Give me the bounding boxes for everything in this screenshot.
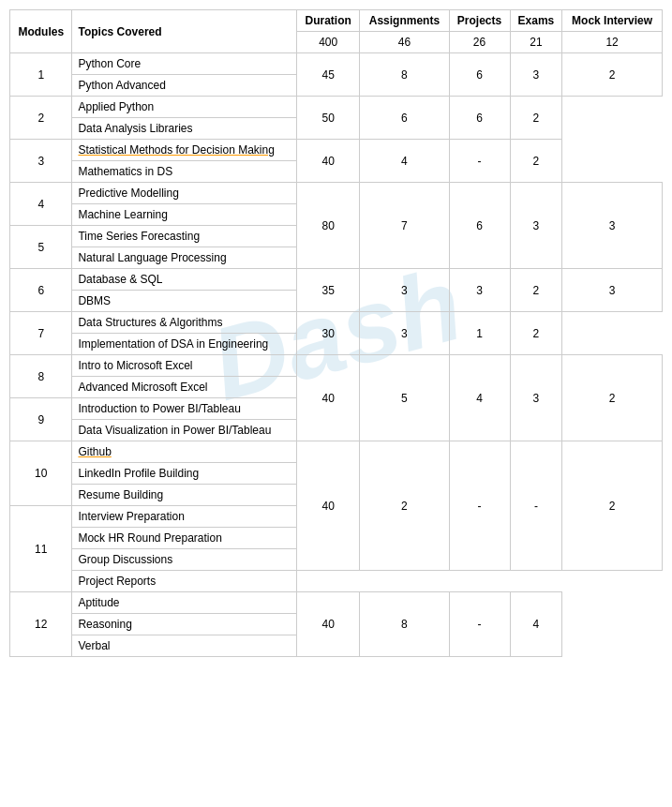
topic-cell: Group Discussions — [72, 549, 297, 571]
table-row: 7Data Structures & Algorithms30312 — [10, 312, 663, 334]
assignments-cell: 3 — [360, 312, 449, 355]
total-assignments: 46 — [360, 32, 449, 53]
projects-cell: 4 — [449, 355, 510, 441]
total-exams: 21 — [510, 32, 562, 53]
topic-cell: Project Reports — [72, 571, 297, 592]
topic-cell: Implementation of DSA in Engineering — [72, 334, 297, 355]
topic-cell: Applied Python — [72, 97, 297, 118]
header-exams: Exams — [510, 10, 562, 32]
curriculum-table: Modules Topics Covered Duration Assignme… — [9, 9, 663, 657]
header-modules: Modules — [10, 10, 72, 53]
topic-cell: Predictive Modelling — [72, 183, 297, 204]
exams-cell: 2 — [510, 140, 562, 183]
mock-cell: 2 — [562, 53, 663, 97]
duration-cell: 40 — [297, 140, 360, 183]
table-row: 12Aptitude408-4 — [10, 592, 663, 614]
projects-cell: 6 — [449, 53, 510, 97]
total-duration: 400 — [297, 32, 360, 53]
total-projects: 26 — [449, 32, 510, 53]
mock-cell: 3 — [562, 183, 663, 269]
module-cell: 2 — [10, 97, 72, 140]
exams-cell: 2 — [510, 97, 562, 140]
header-assignments: Assignments — [360, 10, 449, 32]
projects-cell: 3 — [449, 269, 510, 312]
header-topics: Topics Covered — [72, 10, 297, 53]
module-cell: 9 — [10, 398, 72, 441]
topic-cell: Intro to Microsoft Excel — [72, 355, 297, 377]
module-cell: 3 — [10, 140, 72, 183]
module-cell: 8 — [10, 355, 72, 398]
duration-cell: 80 — [297, 183, 360, 269]
assignments-cell: 5 — [360, 355, 449, 441]
topic-cell: Verbal — [72, 635, 297, 657]
total-mock: 12 — [562, 32, 663, 53]
assignments-cell: 8 — [360, 53, 449, 97]
table-row: 2Applied Python50662 — [10, 97, 663, 118]
projects-cell: 1 — [449, 312, 510, 355]
duration-cell: 40 — [297, 355, 360, 441]
topic-cell: Interview Preparation — [72, 506, 297, 528]
curriculum-table-wrapper: Dash Modules Topics Covered Duration Ass… — [9, 9, 663, 657]
exams-cell: 2 — [510, 312, 562, 355]
topic-cell: Python Core — [72, 53, 297, 75]
projects-cell: 6 — [449, 97, 510, 140]
topic-cell: Advanced Microsoft Excel — [72, 377, 297, 398]
topic-cell: Machine Learning — [72, 204, 297, 226]
module-cell: 12 — [10, 592, 72, 657]
table-row: 1Python Core458632 — [10, 53, 663, 75]
table-row: 6Database & SQL353323 — [10, 269, 663, 291]
topic-cell: Mathematics in DS — [72, 161, 297, 183]
duration-cell: 40 — [297, 441, 360, 571]
mock-cell: 2 — [562, 441, 663, 571]
topic-cell: Data Analysis Libraries — [72, 118, 297, 140]
module-cell: 4 — [10, 183, 72, 226]
topic-cell: Natural Language Processing — [72, 247, 297, 269]
module-cell: 5 — [10, 226, 72, 269]
topic-cell: LinkedIn Profile Building — [72, 463, 297, 485]
exams-cell: 3 — [510, 183, 562, 269]
module-cell: 10 — [10, 441, 72, 506]
topic-cell: Statistical Methods for Decision Making — [72, 140, 297, 161]
projects-cell: - — [449, 592, 510, 657]
duration-cell: 40 — [297, 592, 360, 657]
exams-cell: 3 — [510, 355, 562, 441]
table-row: Project Reports — [10, 571, 663, 592]
topic-cell: Database & SQL — [72, 269, 297, 291]
topic-cell: Github — [72, 441, 297, 463]
assignments-cell: 6 — [360, 97, 449, 140]
duration-cell: 30 — [297, 312, 360, 355]
mock-cell: 2 — [562, 355, 663, 441]
exams-cell: 2 — [510, 269, 562, 312]
module-cell: 1 — [10, 53, 72, 97]
topic-cell: Python Advanced — [72, 75, 297, 97]
exams-cell: 4 — [510, 592, 562, 657]
duration-cell: 50 — [297, 97, 360, 140]
module-cell: 6 — [10, 269, 72, 312]
topic-cell: Resume Building — [72, 485, 297, 506]
duration-cell: 35 — [297, 269, 360, 312]
topic-cell: Introduction to Power BI/Tableau — [72, 398, 297, 420]
duration-cell: 45 — [297, 53, 360, 97]
header-projects: Projects — [449, 10, 510, 32]
topic-cell: Mock HR Round Preparation — [72, 528, 297, 549]
table-row: 3Statistical Methods for Decision Making… — [10, 140, 663, 161]
exams-cell: - — [510, 441, 562, 571]
topic-cell: DBMS — [72, 291, 297, 312]
projects-cell: 6 — [449, 183, 510, 269]
assignments-cell: 3 — [360, 269, 449, 312]
exams-cell: 3 — [510, 53, 562, 97]
table-row: 10Github402--2 — [10, 441, 663, 463]
table-row: 4Predictive Modelling807633 — [10, 183, 663, 204]
assignments-cell: 7 — [360, 183, 449, 269]
projects-cell: - — [449, 140, 510, 183]
table-row: 8Intro to Microsoft Excel405432 — [10, 355, 663, 377]
topic-cell: Aptitude — [72, 592, 297, 614]
header-mock: Mock Interview — [562, 10, 663, 32]
assignments-cell: 2 — [360, 441, 449, 571]
header-duration: Duration — [297, 10, 360, 32]
topic-cell: Time Series Forecasting — [72, 226, 297, 247]
assignments-cell: 4 — [360, 140, 449, 183]
mock-cell: 3 — [562, 269, 663, 312]
topic-cell: Reasoning — [72, 614, 297, 635]
module-cell: 7 — [10, 312, 72, 355]
